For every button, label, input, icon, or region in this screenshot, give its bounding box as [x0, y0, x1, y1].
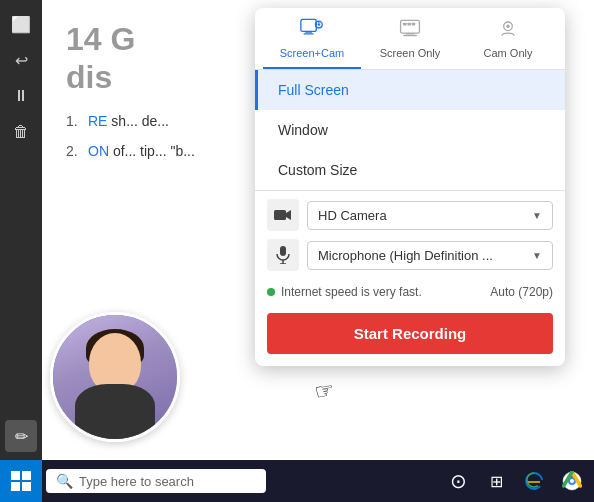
svg-rect-7 — [406, 33, 415, 34]
webcam-preview — [50, 312, 180, 442]
option-custom-size[interactable]: Custom Size — [255, 150, 565, 190]
chrome-icon — [562, 471, 582, 491]
status-bar: Internet speed is very fast. Auto (720p) — [255, 279, 565, 305]
svg-point-13 — [506, 25, 509, 28]
taskbar-search-box[interactable]: 🔍 Type here to search — [46, 469, 266, 493]
start-recording-button[interactable]: Start Recording — [267, 313, 553, 354]
microphone-arrow: ▼ — [532, 250, 542, 261]
svg-rect-14 — [274, 210, 286, 220]
heading-text: 14 G — [66, 21, 135, 57]
svg-point-25 — [570, 479, 574, 483]
taskbar-search-placeholder: Type here to search — [79, 474, 194, 489]
microphone-icon-box — [267, 239, 299, 271]
person-body — [75, 384, 155, 439]
svg-rect-9 — [403, 23, 406, 26]
taskbar-search-btn[interactable]: ⊙ — [440, 463, 476, 499]
taskbar-chrome-btn[interactable] — [554, 463, 590, 499]
tab-cam-only-label: Cam Only — [484, 47, 533, 59]
svg-rect-8 — [403, 35, 417, 36]
svg-point-4 — [318, 23, 321, 26]
microphone-select[interactable]: Microphone (High Definition ... ▼ — [307, 241, 553, 270]
taskbar-multitask-btn[interactable]: ⊞ — [478, 463, 514, 499]
tab-screen-only[interactable]: Screen Only — [361, 8, 459, 69]
camera-row: HD Camera ▼ — [267, 199, 553, 231]
tab-screen-only-label: Screen Only — [380, 47, 441, 59]
svg-rect-1 — [305, 31, 312, 32]
speed-text: Internet speed is very fast. — [281, 285, 422, 299]
tab-cam-only[interactable]: Cam Only — [459, 8, 557, 69]
microphone-row: Microphone (High Definition ... ▼ — [267, 239, 553, 271]
svg-rect-6 — [401, 20, 420, 33]
windows-logo-icon — [11, 471, 31, 491]
option-window[interactable]: Window — [255, 110, 565, 150]
sidebar-icon-edit[interactable]: ✏ — [5, 420, 37, 452]
tab-screen-cam[interactable]: Screen+Cam — [263, 8, 361, 69]
quality-badge: Auto (720p) — [490, 285, 553, 299]
screen-cam-icon — [300, 18, 324, 43]
svg-rect-2 — [303, 33, 313, 34]
status-left: Internet speed is very fast. — [267, 285, 422, 299]
microphone-icon — [276, 246, 290, 264]
svg-rect-10 — [407, 23, 410, 26]
edge-icon — [524, 471, 544, 491]
speed-indicator — [267, 288, 275, 296]
sidebar-icon-pause[interactable]: ⏸ — [5, 80, 37, 112]
screen-only-icon — [398, 18, 422, 43]
svg-point-5 — [318, 21, 320, 23]
svg-rect-18 — [11, 471, 20, 480]
screen-options: Full Screen Window Custom Size — [255, 70, 565, 190]
svg-rect-20 — [11, 482, 20, 491]
start-menu-button[interactable] — [0, 460, 42, 502]
sidebar-icon-square[interactable]: ⬜ — [5, 8, 37, 40]
taskbar-right: ⊙ ⊞ — [440, 463, 594, 499]
recording-popup: Screen+Cam Screen Only — [255, 8, 565, 366]
cam-only-icon — [496, 18, 520, 43]
camera-icon — [274, 208, 292, 222]
taskbar-edge-btn[interactable] — [516, 463, 552, 499]
camera-arrow: ▼ — [532, 210, 542, 221]
camera-icon-box — [267, 199, 299, 231]
camera-select[interactable]: HD Camera ▼ — [307, 201, 553, 230]
sidebar: ⬜ ↩ ⏸ 🗑 ✏ — [0, 0, 42, 460]
svg-rect-0 — [301, 19, 316, 31]
svg-rect-21 — [22, 482, 31, 491]
search-icon: 🔍 — [56, 473, 73, 489]
svg-rect-19 — [22, 471, 31, 480]
mode-tabs: Screen+Cam Screen Only — [255, 8, 565, 70]
heading-text2: dis — [66, 59, 112, 95]
svg-rect-11 — [412, 23, 415, 26]
option-full-screen[interactable]: Full Screen — [255, 70, 565, 110]
taskbar: 🔍 Type here to search ⊙ ⊞ — [0, 460, 594, 502]
person-face — [53, 315, 177, 439]
svg-rect-15 — [280, 246, 286, 256]
tab-screen-cam-label: Screen+Cam — [280, 47, 345, 59]
sidebar-icon-delete[interactable]: 🗑 — [5, 116, 37, 148]
device-section: HD Camera ▼ Microphone (High Definition … — [255, 199, 565, 271]
divider-1 — [255, 190, 565, 191]
sidebar-icon-undo[interactable]: ↩ — [5, 44, 37, 76]
